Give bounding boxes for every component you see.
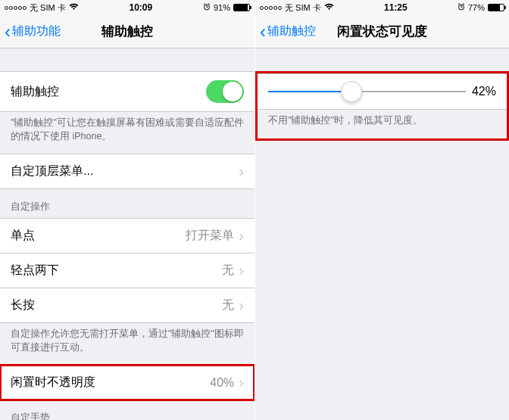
idle-visibility-slider-row[interactable]: 42% bbox=[258, 73, 507, 110]
toggle-footer-note: "辅助触控"可让您在触摸屏幕有困难或需要自适应配件的情况下使用 iPhone。 bbox=[0, 112, 254, 154]
toggle-knob bbox=[223, 82, 242, 101]
nav-title: 辅助触控 bbox=[101, 23, 153, 40]
section-custom-actions-header: 自定操作 bbox=[0, 189, 254, 218]
status-bar-left: 无 SIM 卡 10:09 91% bbox=[0, 0, 254, 15]
alarm-icon bbox=[457, 3, 465, 12]
custom-menu-label: 自定顶层菜单... bbox=[11, 163, 93, 179]
idle-opacity-value: 40% bbox=[210, 376, 234, 390]
nav-title: 闲置状态可见度 bbox=[337, 23, 427, 40]
svg-line-7 bbox=[461, 8, 463, 8]
long-press-value: 无 bbox=[222, 297, 234, 313]
signal-dots-icon bbox=[260, 6, 282, 10]
slider-thumb[interactable] bbox=[341, 81, 362, 102]
battery-fill bbox=[489, 5, 500, 11]
wifi-icon bbox=[69, 3, 79, 12]
phone-right: 无 SIM 卡 11:25 77% ‹ 辅助触控 闲置状态可见度 bbox=[254, 0, 509, 420]
phone-left: 无 SIM 卡 10:09 91% ‹ 辅助功能 辅助触控 辅助触控 " bbox=[0, 0, 254, 420]
highlighted-slider-section: 42% 不用"辅助触控"时，降低其可见度。 bbox=[255, 71, 509, 141]
wifi-icon bbox=[324, 3, 334, 12]
actions-footer-note: 自定操作允许您无需打开菜单，通过"辅助触控"图标即可直接进行互动。 bbox=[0, 323, 254, 365]
double-tap-row[interactable]: 轻点两下 无 › bbox=[0, 254, 254, 288]
custom-top-menu-row[interactable]: 自定顶层菜单... › bbox=[0, 154, 254, 189]
assistive-touch-toggle-row[interactable]: 辅助触控 bbox=[0, 71, 254, 112]
chevron-left-icon: ‹ bbox=[260, 23, 266, 41]
svg-line-3 bbox=[204, 4, 205, 5]
battery-pct-text: 91% bbox=[214, 3, 230, 12]
chevron-right-icon: › bbox=[239, 374, 244, 391]
back-label: 辅助功能 bbox=[12, 23, 61, 39]
chevron-left-icon: ‹ bbox=[5, 23, 11, 41]
back-label: 辅助触控 bbox=[267, 23, 316, 39]
battery-fill bbox=[234, 5, 248, 11]
nav-bar-left: ‹ 辅助功能 辅助触控 bbox=[0, 15, 254, 48]
slider-footer-note: 不用"辅助触控"时，降低其可见度。 bbox=[258, 110, 507, 138]
nav-bar-right: ‹ 辅助触控 闲置状态可见度 bbox=[255, 15, 509, 48]
section-custom-gestures-header: 自定手势 bbox=[0, 400, 254, 420]
chevron-right-icon: › bbox=[239, 297, 244, 314]
carrier-text: 无 SIM 卡 bbox=[30, 2, 66, 14]
battery-pct-text: 77% bbox=[468, 3, 485, 12]
slider-fill bbox=[268, 91, 351, 92]
long-press-label: 长按 bbox=[11, 297, 35, 313]
svg-line-4 bbox=[208, 4, 210, 5]
single-tap-label: 单点 bbox=[11, 228, 35, 244]
chevron-right-icon: › bbox=[239, 163, 244, 180]
alarm-icon bbox=[203, 3, 211, 12]
double-tap-label: 轻点两下 bbox=[11, 263, 59, 278]
back-button[interactable]: ‹ 辅助触控 bbox=[260, 23, 316, 41]
slider-track[interactable] bbox=[268, 91, 466, 92]
svg-line-8 bbox=[458, 4, 460, 5]
battery-icon bbox=[233, 4, 250, 11]
chevron-right-icon: › bbox=[239, 262, 244, 279]
idle-opacity-row[interactable]: 闲置时不透明度 40% › bbox=[0, 365, 254, 400]
clock-text: 10:09 bbox=[129, 2, 152, 13]
toggle-label: 辅助触控 bbox=[11, 84, 59, 100]
status-bar-right: 无 SIM 卡 11:25 77% bbox=[255, 0, 509, 15]
svg-line-9 bbox=[463, 4, 464, 5]
carrier-text: 无 SIM 卡 bbox=[285, 2, 321, 14]
toggle-switch[interactable] bbox=[206, 80, 244, 103]
single-tap-value: 打开菜单 bbox=[186, 228, 234, 244]
clock-text: 11:25 bbox=[384, 2, 408, 13]
chevron-right-icon: › bbox=[239, 227, 244, 244]
double-tap-value: 无 bbox=[222, 263, 234, 278]
single-tap-row[interactable]: 单点 打开菜单 › bbox=[0, 218, 254, 254]
long-press-row[interactable]: 长按 无 › bbox=[0, 288, 254, 323]
signal-dots-icon bbox=[5, 6, 27, 10]
idle-opacity-label: 闲置时不透明度 bbox=[11, 375, 95, 390]
svg-line-2 bbox=[207, 8, 208, 8]
back-button[interactable]: ‹ 辅助功能 bbox=[5, 23, 61, 41]
slider-value-label: 42% bbox=[472, 85, 496, 98]
battery-icon bbox=[488, 4, 504, 11]
